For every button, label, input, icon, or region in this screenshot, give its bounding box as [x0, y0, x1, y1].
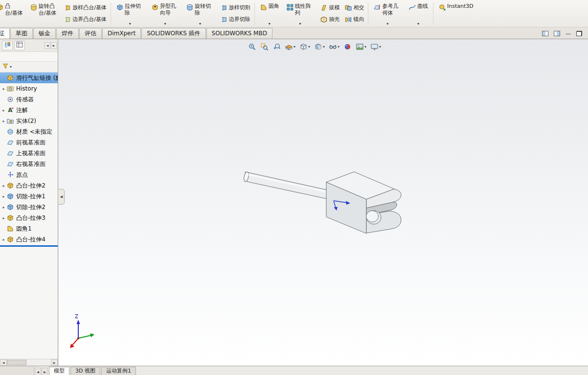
display-style-button[interactable]: ▾: [313, 41, 326, 52]
graphics-area[interactable]: Z ▾ ▾ ▾ ▾ ▾ ▾ ▾ ▾ ▾ ▾: [59, 39, 588, 366]
command-tab[interactable]: DimXpert: [102, 28, 141, 39]
ribbon-button[interactable]: 拉伸切除 ▾: [113, 0, 148, 27]
hide-show-items-button[interactable]: ▾: [327, 41, 341, 52]
zoom-to-area-button[interactable]: ▾: [259, 41, 270, 52]
command-tab[interactable]: SOLIDWORKS 插件: [141, 28, 205, 39]
command-tab[interactable]: 焊件: [56, 28, 79, 39]
part-model[interactable]: [243, 171, 401, 234]
tab-scroll-left-button[interactable]: ◀: [35, 368, 41, 375]
tree-item[interactable]: ▸ 凸台-拉伸3: [0, 212, 58, 223]
display-manager-tab[interactable]: [14, 41, 25, 50]
expand-arrow-icon[interactable]: ▸: [1, 216, 6, 220]
ribbon-button[interactable]: 放样切割: [220, 3, 250, 12]
ribbon-button[interactable]: 镜向: [344, 15, 364, 23]
hide-show-items-icon: [329, 43, 337, 51]
tree-item[interactable]: ▸ 实体(2): [0, 116, 58, 126]
tree-item[interactable]: ▸ 凸台-拉伸2: [0, 180, 58, 191]
expand-arrow-icon[interactable]: ▸: [1, 205, 6, 210]
part-clevis[interactable]: [326, 172, 401, 234]
ribbon-button[interactable]: 曲线 ▾: [405, 0, 431, 27]
tree-item[interactable]: 圆角1: [0, 223, 58, 234]
expand-arrow-icon[interactable]: ▸: [1, 119, 6, 123]
scroll-left-button[interactable]: ◀: [0, 359, 7, 366]
ribbon-button[interactable]: 边界切除: [220, 15, 250, 23]
tree-item[interactable]: ▸ History: [0, 83, 58, 94]
scrollbar-thumb[interactable]: [7, 360, 26, 365]
split-pane-left-icon[interactable]: [542, 31, 548, 36]
panel-tab-scroll-right-button[interactable]: ▶: [51, 42, 57, 49]
command-tab[interactable]: 评估: [79, 28, 102, 39]
section-view-button[interactable]: ▾: [283, 41, 297, 52]
tree-item[interactable]: ▸ 凸台-拉伸4: [0, 234, 58, 245]
scroll-right-button[interactable]: ▶: [51, 359, 58, 366]
part-rod[interactable]: [243, 171, 329, 199]
dropdown-arrow-icon[interactable]: ▾: [379, 45, 381, 49]
tree-item[interactable]: ▸ A 注解: [0, 105, 58, 116]
dropdown-arrow-icon[interactable]: ▾: [386, 22, 388, 26]
expand-arrow-icon[interactable]: ▸: [1, 184, 6, 188]
filter-funnel-icon[interactable]: [2, 63, 9, 71]
document-tab[interactable]: 3D 视图: [70, 367, 100, 375]
command-tab[interactable]: SOLIDWORKS MBD: [206, 28, 272, 39]
command-tab[interactable]: 钣金: [33, 28, 56, 39]
dropdown-arrow-icon[interactable]: ▾: [338, 45, 339, 49]
ribbon-button[interactable]: 参考几何体 ▾: [370, 0, 405, 27]
ribbon-button[interactable]: 异型孔向导 ▾: [148, 0, 183, 27]
document-tab[interactable]: 运动算例1: [101, 367, 136, 375]
view-orientation-button[interactable]: ▾: [298, 41, 312, 52]
edit-appearance-button[interactable]: ▾: [342, 41, 353, 52]
tree-item[interactable]: 前视基准面: [0, 137, 58, 148]
viewport-canvas[interactable]: Z: [59, 39, 588, 366]
ribbon-button[interactable]: 边界凸台/基体: [64, 15, 107, 23]
dropdown-arrow-icon[interactable]: ▾: [269, 22, 271, 26]
expand-arrow-icon[interactable]: ▸: [1, 108, 6, 113]
restore-button[interactable]: [576, 31, 582, 36]
tree-item[interactable]: 材质 <未指定: [0, 126, 58, 137]
ribbon-button[interactable]: 圆角 ▾: [256, 0, 283, 27]
dropdown-arrow-icon[interactable]: ▾: [417, 22, 419, 26]
ribbon-button[interactable]: 相交: [344, 3, 364, 12]
panel-tab-scroll-left-button[interactable]: ◀: [45, 42, 50, 49]
command-tab[interactable]: 草图: [10, 28, 33, 39]
ribbon-button[interactable]: 凸台/基体 ▾: [0, 0, 26, 27]
dropdown-arrow-icon[interactable]: ▾: [164, 22, 166, 26]
dropdown-arrow-icon[interactable]: ▾: [364, 45, 366, 49]
ribbon-button[interactable]: 旋转凸台/基体 ▾: [26, 0, 62, 27]
ribbon-button[interactable]: 拔模: [320, 3, 339, 12]
ribbon-button[interactable]: 抽壳: [320, 15, 339, 23]
split-pane-right-icon[interactable]: [554, 31, 560, 36]
ribbon-button[interactable]: 线性阵列 ▾: [283, 0, 318, 27]
previous-view-button[interactable]: ▾: [271, 41, 282, 52]
ribbon-button[interactable]: 旋转切除 ▾: [182, 0, 218, 27]
expand-arrow-icon[interactable]: ▸: [1, 87, 6, 91]
filter-dropdown-arrow-icon[interactable]: ▾: [10, 65, 12, 69]
expand-arrow-icon[interactable]: ▸: [1, 194, 6, 199]
tree-item[interactable]: 上视基准面: [0, 148, 58, 159]
dropdown-arrow-icon[interactable]: ▾: [129, 22, 131, 26]
ribbon-button[interactable]: Instant3D ▾: [435, 0, 477, 27]
ribbon-button[interactable]: 放样凸台/基体: [64, 3, 107, 12]
dropdown-arrow-icon[interactable]: ▾: [323, 45, 325, 49]
panel-horizontal-scrollbar[interactable]: ◀ ▶: [0, 359, 58, 366]
document-tab[interactable]: 模型: [49, 367, 69, 375]
tree-item[interactable]: 右视基准面: [0, 159, 58, 169]
dropdown-arrow-icon[interactable]: ▾: [294, 45, 295, 49]
apply-scene-button[interactable]: ▾: [354, 41, 368, 52]
dropdown-arrow-icon[interactable]: ▾: [308, 45, 310, 49]
dropdown-arrow-icon[interactable]: ▾: [199, 22, 201, 26]
view-settings-button[interactable]: ▾: [369, 41, 383, 52]
rollback-bar[interactable]: [0, 245, 58, 247]
dropdown-arrow-icon[interactable]: ▾: [299, 22, 301, 26]
tree-item[interactable]: ▸ 切除-拉伸2: [0, 202, 58, 212]
tree-item[interactable]: ▸ 切除-拉伸1: [0, 191, 58, 202]
tree-item[interactable]: 传感器: [0, 94, 58, 105]
tree-item[interactable]: 原点: [0, 169, 58, 180]
expand-arrow-icon[interactable]: ▸: [1, 237, 6, 242]
command-tab[interactable]: 特征: [0, 28, 10, 39]
tab-scroll-right-button[interactable]: ▶: [42, 368, 48, 375]
featuremanager-tree-tab[interactable]: [2, 41, 13, 50]
tree-item[interactable]: 滑行气缸链接 (默: [0, 72, 58, 83]
minimize-button[interactable]: —: [565, 31, 571, 36]
zoom-to-fit-button[interactable]: ▾: [247, 41, 258, 52]
panel-collapse-handle[interactable]: ◀: [59, 189, 65, 205]
